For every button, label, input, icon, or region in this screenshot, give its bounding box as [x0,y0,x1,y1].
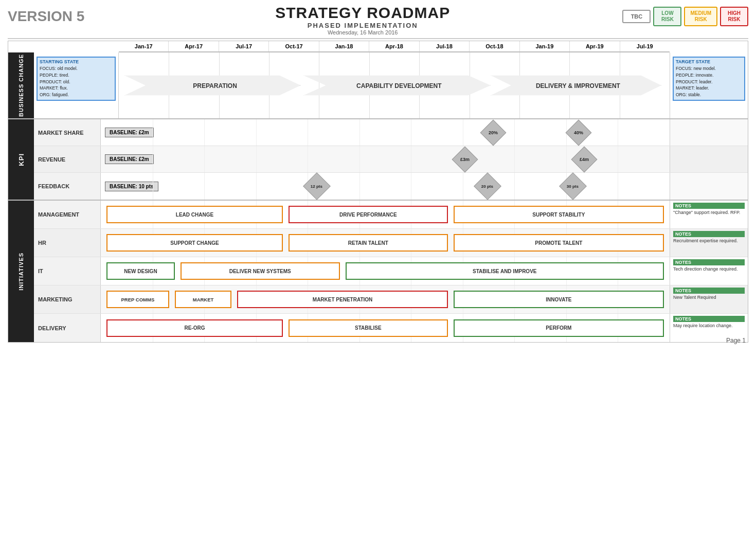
it-label: IT [34,257,101,285]
kpi-revenue-row: REVENUE BASELINE: £2m [34,146,748,173]
management-label: MANAGEMENT [34,201,101,228]
kpi-rows: MARKET SHARE BASELINE [34,119,748,200]
market-share-40-diamond: 40% [566,119,592,146]
date-label: Wednesday, 16 March 2016 [103,29,622,35]
initiative-it-row: IT NEW DESIGN [34,257,748,285]
target-state-box: TARGET STATE FOCUS: new model.PEOPLE: in… [670,52,748,118]
stabilise-and-improve-bar: STABILISE AND IMPROVE [346,262,664,280]
kpi-section: KPI MARKET SHARE [8,119,748,201]
it-notes-header: NOTES [673,259,745,265]
marketing-content: PREP COMMS MARKET MARKET PENETRATION INN… [101,285,670,313]
initiative-marketing-row: MARKETING PREP COMMS [34,285,748,314]
kpi-revenue-label: REVENUE [34,146,101,172]
tl-col-jan18: Jan-18 [319,41,369,51]
target-state-title: TARGET STATE [676,59,742,64]
initiatives-section-label: INITIATIVES [8,201,34,342]
kpi-feedback-label: FEEDBACK [34,173,101,200]
prep-comms-bar: PREP COMMS [106,291,169,308]
kpi-market-share-content: BASELINE: £2m 20% 40% [101,119,670,146]
hr-notes-header: NOTES [673,231,745,237]
initiatives-section: INITIATIVES MANAGEMENT [8,201,748,342]
new-design-bar: NEW DESIGN [106,262,175,280]
feedback-20pts-diamond: 20 pts [474,172,501,200]
starting-state-text: FOCUS: old model.PEOPLE: tired.PRODUCT: … [40,65,113,98]
preparation-arrow: PREPARATION [124,69,301,102]
feedback-30pts-diamond: 30 pts [559,172,587,200]
header: VERSION 5 STRATEGY ROADMAP PHASED IMPLEM… [8,4,748,35]
header-divider [8,38,748,39]
perform-bar: PERFORM [454,319,664,337]
revenue-3m-diamond: £3m [452,146,478,172]
revenue-4m-diamond: £4m [571,146,598,172]
management-notes-text: "Change" support required. RFP. [673,210,745,216]
roadmap-table: Jan-17 Apr-17 Jul-17 Oct-17 Jan-18 Apr-1… [8,41,748,343]
hr-notes: NOTES Recruitment expertise required. [670,229,748,257]
initiative-delivery-row: DELIVERY RE-ORG [34,314,748,342]
re-org-bar: RE-ORG [106,319,283,337]
marketing-notes: NOTES New Talent Required [670,285,748,313]
business-section-label: BUSINESS CHANGE [8,52,34,118]
tl-col-oct17: Oct-17 [269,41,319,51]
marketing-notes-header: NOTES [673,288,745,294]
main-title: STRATEGY ROADMAP [103,4,622,22]
initiative-hr-row: HR SUPPORT CHANGE [34,229,748,257]
delivery-label: DELIVERY [34,314,101,342]
market-share-20-diamond: 20% [480,119,507,146]
market-penetration-bar: MARKET PENETRATION [237,291,447,308]
market-bar: MARKET [175,291,232,308]
timeline-header-row: Jan-17 Apr-17 Jul-17 Oct-17 Jan-18 Apr-1… [119,41,670,52]
tl-col-jul19: Jul-19 [620,41,670,51]
risk-low: LOWRISK [653,7,681,26]
support-change-bar: SUPPORT CHANGE [106,234,283,252]
tl-col-apr18: Apr-18 [369,41,419,51]
it-notes: NOTES Tech direction change required. [670,257,748,285]
kpi-feedback-row: FEEDBACK BASELINE: 10 pts [34,173,748,200]
risk-medium: MEDIUMRISK [684,7,717,26]
tl-col-jul17: Jul-17 [219,41,269,51]
hr-notes-text: Recruitment expertise required. [673,238,745,244]
it-notes-text: Tech direction change required. [673,266,745,273]
risk-high: HIGHRISK [720,7,748,26]
marketing-label: MARKETING [34,285,101,313]
tl-col-jan17: Jan-17 [119,41,169,51]
sub-title: PHASED IMPLEMENTATION [103,22,622,29]
management-notes: NOTES "Change" support required. RFP. [670,201,748,228]
tl-col-apr19: Apr-19 [570,41,620,51]
it-content: NEW DESIGN DELIVER NEW SYSTEMS STABILISE… [101,257,670,285]
risk-tbc: TBC [622,10,651,23]
page-number: Page 1 [726,337,746,344]
delivery-notes-header: NOTES [673,316,745,322]
kpi-market-share-notes [670,119,748,146]
initiative-management-row: MANAGEMENT LEAD CHANGE [34,201,748,229]
kpi-feedback-notes [670,173,748,200]
starting-state-box: STARTING STATE FOCUS: old model.PEOPLE: … [34,52,119,118]
stabilise-bar: STABILISE [289,319,448,337]
deliver-new-systems-bar: DELIVER NEW SYSTEMS [181,262,340,280]
target-state-text: FOCUS: new model.PEOPLE: innovate.PRODUC… [676,65,742,98]
drive-performance-bar: DRIVE PERFORMANCE [289,206,448,223]
delivery-notes-text: May require location change. [673,323,745,329]
retain-talent-bar: RETAIN TALENT [289,234,448,252]
lead-change-bar: LEAD CHANGE [106,206,283,223]
page-container: VERSION 5 STRATEGY ROADMAP PHASED IMPLEM… [0,0,756,350]
hr-label: HR [34,229,101,257]
kpi-feedback-content: BASELINE: 10 pts 12 pts 20 pts 30 pts [101,173,670,200]
version-label: VERSION 5 [8,4,103,25]
kpi-revenue-notes [670,146,748,172]
delivery-content: RE-ORG STABILISE PERFORM [101,314,670,342]
management-notes-header: NOTES [673,203,745,209]
risk-legend: TBC LOWRISK MEDIUMRISK HIGHRISK [622,7,748,26]
revenue-baseline: BASELINE: £2m [105,154,154,164]
tl-col-apr17: Apr-17 [169,41,219,51]
capability-arrow: CAPABILITY DEVELOPMENT [303,69,491,102]
tl-col-jan19: Jan-19 [520,41,570,51]
kpi-market-share-row: MARKET SHARE BASELINE [34,119,748,146]
marketing-notes-text: New Talent Required [673,295,745,301]
tl-col-oct18: Oct-18 [470,41,519,51]
promote-talent-bar: PROMOTE TALENT [454,234,664,252]
hr-content: SUPPORT CHANGE RETAIN TALENT PROMOTE TAL… [101,229,670,257]
kpi-section-label: KPI [8,119,34,200]
grid-line-4 [319,52,319,118]
innovate-bar: INNOVATE [454,291,664,308]
support-stability-bar: SUPPORT STABILITY [454,206,664,223]
